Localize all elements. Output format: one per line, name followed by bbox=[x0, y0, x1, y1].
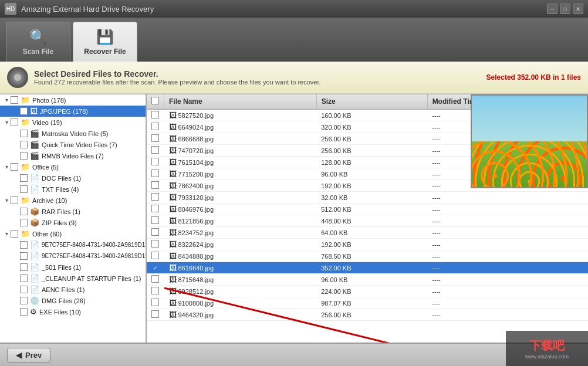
row-checkbox[interactable] bbox=[151, 228, 159, 236]
tab-recover[interactable]: 💾 Recover File bbox=[73, 22, 137, 62]
expander-archive[interactable]: ▾ bbox=[2, 197, 11, 204]
row-checkbox-cell[interactable] bbox=[147, 262, 164, 274]
checkbox-exe[interactable] bbox=[20, 308, 28, 316]
row-checkbox[interactable] bbox=[151, 134, 159, 142]
table-row[interactable]: 🖼8322624.jpg192.00 KB---- bbox=[147, 239, 588, 250]
checkbox-zip[interactable] bbox=[20, 219, 28, 226]
row-checkbox-cell[interactable] bbox=[147, 145, 164, 157]
table-row[interactable]: 🖼8928512.jpg224.00 KB---- bbox=[147, 286, 588, 297]
row-checkbox[interactable] bbox=[151, 146, 159, 154]
expander-photo[interactable]: ▾ bbox=[2, 97, 11, 103]
close-button[interactable]: ✕ bbox=[573, 4, 583, 14]
checkbox-cleanup[interactable] bbox=[20, 274, 28, 282]
row-checkbox[interactable] bbox=[151, 123, 159, 130]
select-all-checkbox[interactable] bbox=[151, 97, 159, 104]
header-filename[interactable]: File Name bbox=[164, 94, 317, 109]
checkbox-quicktime[interactable] bbox=[20, 141, 28, 148]
tree-item-zip[interactable]: 📦 ZIP Files (9) bbox=[0, 217, 146, 228]
row-checkbox[interactable] bbox=[151, 158, 159, 165]
row-checkbox[interactable] bbox=[151, 170, 159, 177]
checkbox-rar[interactable] bbox=[20, 208, 28, 215]
checkbox-9e7c2[interactable] bbox=[20, 252, 28, 260]
tab-scan[interactable]: 🔍 Scan File bbox=[6, 22, 70, 62]
table-row[interactable]: 🖼9100800.jpg987.07 KB---- bbox=[147, 297, 588, 309]
checkbox-aenc[interactable] bbox=[20, 286, 28, 293]
checkbox-9e7c1[interactable] bbox=[20, 241, 28, 249]
checkbox-dmg[interactable] bbox=[20, 297, 28, 304]
checkbox-video[interactable] bbox=[11, 118, 18, 126]
row-checkbox-cell[interactable] bbox=[147, 227, 164, 239]
row-checkbox-cell[interactable] bbox=[147, 192, 164, 204]
row-checkbox[interactable] bbox=[151, 287, 159, 294]
expander-video[interactable]: ▾ bbox=[2, 119, 11, 126]
tree-item-other[interactable]: ▾ 📁 Other (60) bbox=[0, 228, 146, 239]
row-checkbox-cell[interactable] bbox=[147, 309, 164, 321]
tree-item-exe[interactable]: ⚙ EXE Files (10) bbox=[0, 306, 146, 317]
row-checkbox-cell[interactable] bbox=[147, 109, 164, 121]
checkbox-other[interactable] bbox=[11, 230, 18, 238]
row-checkbox-cell[interactable] bbox=[147, 274, 164, 286]
prev-button[interactable]: ◀ Prev bbox=[7, 348, 50, 362]
table-row[interactable]: 🖼8046976.jpg512.00 KB---- bbox=[147, 204, 588, 215]
tree-item-photo[interactable]: ▾ 📁 Photo (178) bbox=[0, 94, 146, 106]
checkbox-txt[interactable] bbox=[20, 185, 28, 193]
header-size[interactable]: Size bbox=[316, 94, 427, 109]
row-checkbox-cell[interactable] bbox=[147, 157, 164, 168]
tree-item-matroska[interactable]: 🎬 Matroska Video File (5) bbox=[0, 128, 146, 139]
row-checkbox-cell[interactable] bbox=[147, 204, 164, 215]
checkbox-photo[interactable] bbox=[11, 96, 18, 104]
table-row[interactable]: 🖼7933120.jpg32.00 KB---- bbox=[147, 192, 588, 204]
table-row[interactable]: 🖼8434880.jpg768.50 KB---- bbox=[147, 250, 588, 262]
row-checkbox[interactable] bbox=[151, 181, 159, 189]
table-row[interactable]: 🖼8616640.jpg352.00 KB---- bbox=[147, 262, 588, 274]
checkbox-rmvb[interactable] bbox=[20, 152, 28, 160]
file-tree[interactable]: ▾ 📁 Photo (178) 🖼 JPG/JPEG (178) ▾ 📁 Vid… bbox=[0, 94, 147, 343]
restore-button[interactable]: □ bbox=[560, 4, 570, 14]
row-checkbox[interactable] bbox=[151, 299, 159, 306]
row-checkbox[interactable] bbox=[151, 216, 159, 224]
row-checkbox-cell[interactable] bbox=[147, 239, 164, 250]
checkbox-matroska[interactable] bbox=[20, 130, 28, 137]
row-checkbox[interactable] bbox=[151, 111, 159, 118]
row-checkbox[interactable] bbox=[151, 275, 159, 283]
checkbox-doc[interactable] bbox=[20, 174, 28, 182]
table-row[interactable]: 🖼8234752.jpg64.00 KB---- bbox=[147, 227, 588, 239]
row-checkbox[interactable] bbox=[151, 205, 159, 212]
row-checkbox-cell[interactable] bbox=[147, 250, 164, 262]
table-row[interactable]: 🖼8121856.jpg448.00 KB---- bbox=[147, 215, 588, 227]
row-checkbox-cell[interactable] bbox=[147, 133, 164, 145]
tree-item-doc[interactable]: 📄 DOC Files (1) bbox=[0, 172, 146, 184]
tree-item-video[interactable]: ▾ 📁 Video (19) bbox=[0, 117, 146, 128]
tree-item-501[interactable]: 📄 _501 Files (1) bbox=[0, 262, 146, 273]
row-checkbox[interactable] bbox=[151, 310, 159, 318]
minimize-button[interactable]: ─ bbox=[547, 4, 557, 14]
table-row[interactable]: 🖼9464320.jpg256.00 KB---- bbox=[147, 309, 588, 321]
checkbox-jpg[interactable] bbox=[20, 107, 28, 115]
row-checkbox-cell[interactable] bbox=[147, 286, 164, 297]
row-checkbox-cell[interactable] bbox=[147, 215, 164, 227]
tree-item-9e7c2[interactable]: 📄 9E7C75EF-8408-4731-9400-2A9819D19... bbox=[0, 250, 146, 262]
tree-item-office[interactable]: ▾ 📁 Office (5) bbox=[0, 161, 146, 172]
row-checkbox-cell[interactable] bbox=[147, 168, 164, 180]
row-checkbox[interactable] bbox=[151, 240, 159, 248]
checkbox-501[interactable] bbox=[20, 263, 28, 271]
tree-item-9e7c1[interactable]: 📄 9E7C75EF-8408-4731-9400-2A9819D19... bbox=[0, 239, 146, 250]
tree-item-rmvb[interactable]: 🎬 RMVB Video Files (7) bbox=[0, 150, 146, 161]
tree-item-quicktime[interactable]: 🎬 Quick Time Video Files (7) bbox=[0, 139, 146, 150]
header-checkbox-col[interactable] bbox=[147, 94, 164, 109]
row-checkbox[interactable] bbox=[151, 193, 159, 201]
expander-other[interactable]: ▾ bbox=[2, 231, 11, 237]
tree-item-txt[interactable]: 📄 TXT Files (4) bbox=[0, 184, 146, 195]
row-checkbox-cell[interactable] bbox=[147, 180, 164, 192]
row-checkbox[interactable] bbox=[151, 264, 159, 272]
checkbox-office[interactable] bbox=[11, 163, 18, 171]
table-row[interactable]: 🖼8715648.jpg96.00 KB---- bbox=[147, 274, 588, 286]
tree-item-cleanup[interactable]: 📄 _CLEANUP AT STARTUP Files (1) bbox=[0, 273, 146, 284]
tree-item-rar[interactable]: 📦 RAR Files (1) bbox=[0, 206, 146, 217]
tree-item-aenc[interactable]: 📄 AENC Files (1) bbox=[0, 284, 146, 295]
checkbox-archive[interactable] bbox=[11, 196, 18, 204]
tree-item-jpg[interactable]: 🖼 JPG/JPEG (178) bbox=[0, 106, 146, 117]
tree-item-dmg[interactable]: 💿 DMG Files (26) bbox=[0, 295, 146, 306]
row-checkbox-cell[interactable] bbox=[147, 297, 164, 309]
tree-item-archive[interactable]: ▾ 📁 Archive (10) bbox=[0, 195, 146, 206]
